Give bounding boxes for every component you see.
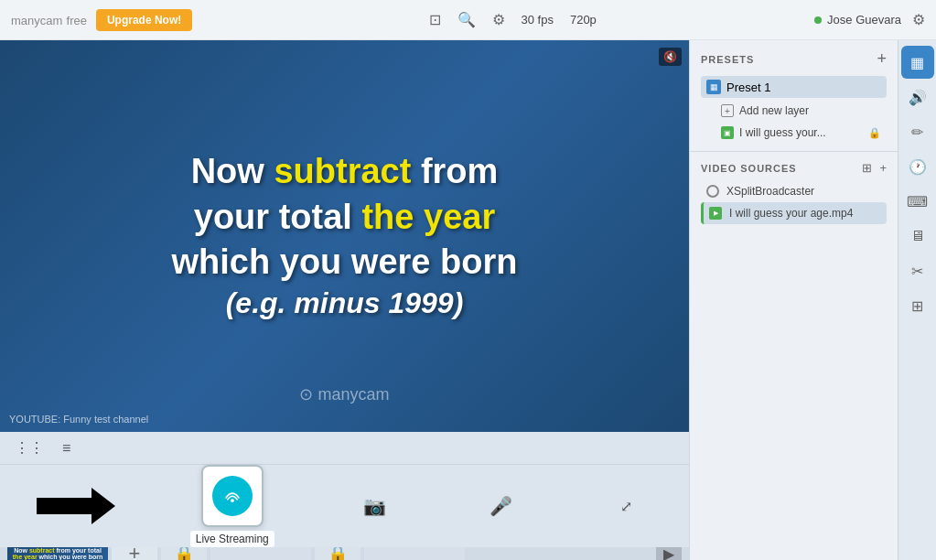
video-area: Now subtract from your total the year wh… [0, 40, 689, 560]
list-icon[interactable]: ≡ [62, 440, 70, 457]
gear-icon[interactable]: ⚙ [912, 11, 925, 28]
settings-icon[interactable]: ⚙ [492, 11, 505, 28]
empty-scene-2 [364, 547, 465, 560]
sources-title: VIDEO SOURCES [701, 163, 797, 174]
sidebar-clock-icon[interactable]: 🕐 [901, 150, 934, 183]
thumbnail-active[interactable]: Now subtract from your total the year wh… [7, 547, 108, 560]
svg-point-1 [231, 499, 234, 502]
preset-item-1[interactable]: ▦ Preset 1 [701, 76, 887, 98]
line1-highlight: subtract [274, 152, 411, 190]
sidebar-grid-icon[interactable]: ⊞ [901, 289, 934, 322]
add-layer-item[interactable]: + Add new layer [715, 102, 887, 120]
controls-toolbar: ⋮⋮ ≡ [0, 432, 689, 465]
app-logo: manycam free [11, 12, 87, 27]
online-indicator [814, 16, 822, 24]
layer-lock-icon: 🔒 [868, 127, 881, 139]
source2-label: I will guess your age.mp4 [729, 207, 853, 220]
sidebar-brush-icon[interactable]: ✏ [901, 115, 934, 148]
zoom-icon[interactable]: 🔍 [457, 11, 476, 28]
plan-text: free [67, 14, 87, 27]
user-name: Jose Guevara [827, 13, 901, 27]
sources-add-button[interactable]: + [879, 161, 887, 175]
presets-title: PRESETS [701, 54, 754, 65]
fps-display: 30 fps [522, 13, 554, 27]
panel-main: PRESETS + ▦ Preset 1 + Add new layer ▣ I… [690, 40, 898, 560]
arrow-indicator [37, 488, 115, 524]
presets-header: PRESETS + [701, 49, 887, 69]
live-streaming-btn-inner [201, 465, 264, 527]
streaming-icon [220, 483, 245, 509]
xsplit-icon [706, 185, 719, 198]
controls-main: Live Streaming 📷 🎤 ⤢ [0, 465, 689, 547]
line1-part1: Now [191, 152, 274, 190]
sidebar-edit-icon[interactable]: ✂ [901, 254, 934, 287]
lock-scene-button-2[interactable]: 🔒 [315, 547, 360, 560]
resolution-display: 720p [570, 13, 597, 27]
top-bar-right: Jose Guevara ⚙ [814, 11, 925, 28]
thumbnail-row: Now subtract from your total the year wh… [0, 547, 689, 560]
preset-label: Preset 1 [726, 81, 770, 94]
thumbnail-preview-content: Now subtract from your total the year wh… [7, 547, 108, 560]
logo-text: manycam [11, 14, 62, 27]
line2-part1: your total [194, 198, 362, 236]
layer-list: + Add new layer ▣ I will guess your... 🔒 [715, 102, 887, 142]
line2-highlight: the year [361, 198, 495, 236]
video-text: Now subtract from your total the year wh… [172, 149, 518, 323]
sidebar-keyboard-icon[interactable]: ⌨ [901, 185, 934, 218]
sources-section: VIDEO SOURCES ⊞ + XSplitBroadcaster ▶ I … [690, 152, 898, 560]
live-streaming-circle [212, 476, 253, 516]
add-layer-icon: + [721, 104, 734, 117]
text-line2: your total the year [172, 195, 518, 240]
expand-button[interactable]: ⤢ [601, 480, 652, 532]
presets-add-button[interactable]: + [877, 49, 887, 69]
sidebar-screen-icon[interactable]: 🖥 [901, 220, 934, 253]
youtube-label: YOUTUBE: Funny test channel [9, 414, 148, 425]
source1-label: XSplitBroadcaster [726, 185, 814, 198]
nav-right-button[interactable]: ▶ [656, 547, 682, 560]
live-streaming-label: Live Streaming [190, 531, 274, 547]
crop-icon[interactable]: ⊡ [429, 11, 441, 28]
text-line3: which you were born [172, 240, 518, 285]
mic-button[interactable]: 🎤 [475, 480, 526, 532]
source-item-video[interactable]: ▶ I will guess your age.mp4 [701, 202, 887, 224]
line1-part2: from [411, 152, 498, 190]
sidebar-presets-icon[interactable]: ▦ [901, 46, 934, 79]
drag-handle-icon[interactable]: ⋮⋮ [15, 439, 44, 457]
icon-sidebar: ▦ 🔊 ✏ 🕐 ⌨ 🖥 ✂ ⊞ [898, 40, 936, 560]
top-bar: manycam free Upgrade Now! ⊡ 🔍 ⚙ 30 fps 7… [0, 0, 936, 40]
camera-button[interactable]: 📷 [350, 480, 401, 532]
sources-grid-icon[interactable]: ⊞ [862, 161, 872, 175]
arrow-body [37, 498, 91, 514]
watermark: ⊙ manycam [0, 384, 689, 404]
user-info: Jose Guevara [814, 13, 901, 27]
text-line4: (e.g. minus 1999) [172, 285, 518, 323]
video-preview: Now subtract from your total the year wh… [0, 40, 689, 432]
lock-scene-button[interactable]: 🔒 [161, 547, 207, 560]
video-content: Now subtract from your total the year wh… [0, 40, 689, 432]
sources-header: VIDEO SOURCES ⊞ + [701, 161, 887, 175]
bottom-controls: ⋮⋮ ≡ [0, 432, 689, 560]
layer-img-icon: ▣ [721, 126, 734, 139]
presets-section: PRESETS + ▦ Preset 1 + Add new layer ▣ I… [690, 40, 898, 152]
empty-scene-1 [210, 547, 311, 560]
sidebar-audio-icon[interactable]: 🔊 [901, 81, 934, 113]
video-file-icon: ▶ [709, 207, 722, 220]
layer-item-1[interactable]: ▣ I will guess your... 🔒 [715, 124, 887, 142]
right-panel: PRESETS + ▦ Preset 1 + Add new layer ▣ I… [689, 40, 936, 560]
top-bar-center: ⊡ 🔍 ⚙ 30 fps 720p [210, 11, 814, 28]
main-layout: Now subtract from your total the year wh… [0, 40, 936, 560]
source-item-xsplit[interactable]: XSplitBroadcaster [701, 180, 887, 202]
text-line1: Now subtract from [172, 149, 518, 194]
layer1-label: I will guess your... [739, 126, 826, 139]
live-streaming-button[interactable]: Live Streaming [190, 465, 274, 547]
add-scene-button[interactable]: + [112, 547, 157, 560]
upgrade-button[interactable]: Upgrade Now! [96, 9, 192, 31]
mute-icon[interactable]: 🔇 [659, 48, 682, 66]
arrow-head [91, 488, 115, 524]
preset-icon: ▦ [706, 80, 721, 94]
add-layer-label: Add new layer [739, 104, 809, 117]
sources-icons: ⊞ + [862, 161, 887, 175]
